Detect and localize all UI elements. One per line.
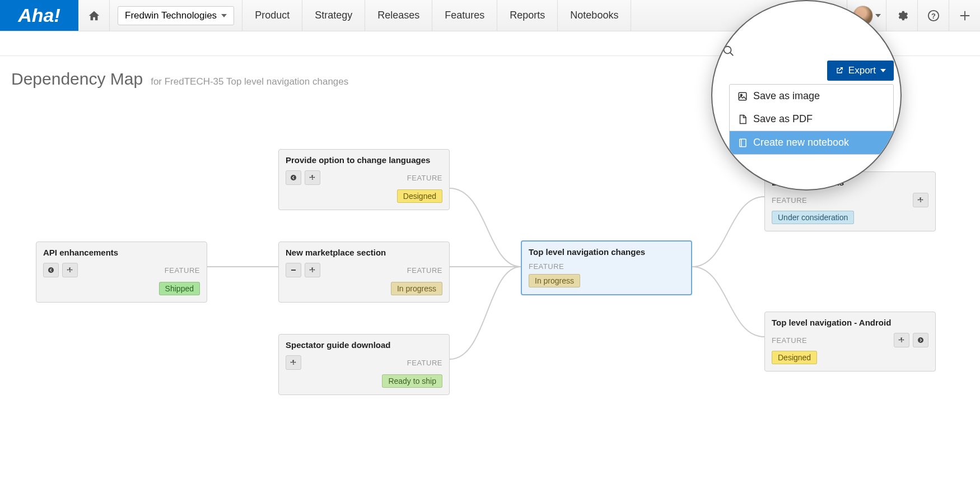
plus-icon bbox=[959, 10, 971, 22]
status-badge: Ready to ship bbox=[382, 374, 442, 388]
node-back-button[interactable] bbox=[43, 263, 59, 277]
notebook-icon bbox=[738, 138, 748, 148]
node-move-button[interactable] bbox=[305, 170, 320, 185]
search-icon bbox=[722, 45, 735, 57]
status-badge: Under consideration bbox=[772, 211, 854, 224]
node-move-button[interactable] bbox=[62, 263, 78, 277]
export-label: Export bbox=[848, 65, 876, 76]
svg-rect-8 bbox=[739, 92, 746, 100]
node-title: Top level navigation - Android bbox=[772, 318, 928, 327]
node-type: FEATURE bbox=[407, 266, 442, 275]
nav-features[interactable]: Features bbox=[432, 0, 497, 31]
move-icon bbox=[917, 197, 924, 203]
move-icon bbox=[898, 337, 905, 344]
move-icon bbox=[309, 174, 316, 181]
pdf-icon bbox=[738, 114, 748, 124]
node-move-button[interactable] bbox=[894, 333, 909, 347]
caret-down-icon bbox=[875, 14, 881, 17]
caret-down-icon bbox=[221, 14, 227, 17]
move-icon bbox=[290, 359, 297, 366]
svg-point-3 bbox=[291, 175, 296, 180]
node-type: FEATURE bbox=[529, 262, 684, 271]
nav-reports[interactable]: Reports bbox=[497, 0, 558, 31]
arrow-left-icon bbox=[48, 267, 54, 273]
node-back-button[interactable] bbox=[286, 170, 301, 185]
svg-line-7 bbox=[730, 53, 734, 56]
node-title: Provide option to change languages bbox=[286, 155, 442, 165]
search-button[interactable] bbox=[722, 45, 735, 59]
page-subtitle: for FredTECH-35 Top level navigation cha… bbox=[151, 76, 348, 87]
node-top-level-navigation[interactable]: Top level navigation changes FEATURE In … bbox=[521, 240, 692, 295]
account-selector[interactable]: Fredwin Technologies bbox=[118, 6, 234, 25]
caret-down-icon bbox=[880, 69, 886, 72]
home-icon bbox=[88, 10, 100, 22]
node-title: New marketplace section bbox=[286, 248, 442, 257]
export-create-notebook[interactable]: Create new notebook bbox=[730, 131, 893, 154]
node-android-navigation[interactable]: Top level navigation - Android FEATURE D… bbox=[764, 312, 936, 372]
node-move-button[interactable] bbox=[305, 263, 320, 277]
move-icon bbox=[67, 267, 73, 273]
svg-rect-10 bbox=[740, 139, 746, 147]
arrow-right-icon bbox=[917, 337, 924, 344]
brand-logo[interactable]: Aha! bbox=[0, 0, 78, 31]
export-save-image[interactable]: Save as image bbox=[730, 85, 893, 108]
page-title: Dependency Map bbox=[11, 69, 143, 89]
settings-button[interactable] bbox=[886, 0, 917, 31]
node-collapse-button[interactable] bbox=[286, 263, 301, 277]
minus-icon bbox=[290, 267, 297, 273]
export-item-label: Create new notebook bbox=[753, 137, 849, 148]
svg-text:?: ? bbox=[931, 11, 936, 20]
node-forward-button[interactable] bbox=[913, 333, 928, 347]
node-type: FEATURE bbox=[407, 174, 442, 182]
status-badge: Shipped bbox=[159, 282, 200, 295]
image-icon bbox=[738, 91, 748, 101]
account-selector-label: Fredwin Technologies bbox=[125, 10, 217, 21]
node-title: Top level navigation changes bbox=[529, 247, 684, 257]
node-type: FEATURE bbox=[772, 196, 807, 205]
svg-point-5 bbox=[918, 337, 923, 343]
node-change-languages[interactable]: Provide option to change languages FEATU… bbox=[278, 149, 450, 210]
magnifier-callout: Export Save as image Save as PDF Create … bbox=[711, 0, 902, 191]
export-menu: Save as image Save as PDF Create new not… bbox=[729, 84, 894, 155]
node-spectator-guide[interactable]: Spectator guide download FEATURE Ready t… bbox=[278, 334, 450, 395]
node-move-button[interactable] bbox=[286, 355, 301, 370]
node-title: API enhancements bbox=[43, 248, 200, 257]
export-button[interactable]: Export bbox=[827, 61, 894, 81]
node-title: Spectator guide download bbox=[286, 340, 442, 350]
svg-point-9 bbox=[740, 94, 742, 96]
export-icon bbox=[835, 66, 844, 75]
export-save-pdf[interactable]: Save as PDF bbox=[730, 108, 893, 131]
node-move-button[interactable] bbox=[913, 193, 928, 207]
svg-rect-4 bbox=[291, 270, 296, 271]
arrow-left-icon bbox=[290, 174, 297, 181]
export-item-label: Save as image bbox=[753, 90, 820, 102]
status-badge: Designed bbox=[397, 189, 442, 203]
gear-icon bbox=[896, 10, 908, 22]
home-button[interactable] bbox=[78, 0, 110, 31]
help-icon: ? bbox=[927, 10, 940, 22]
account-selector-wrap: Fredwin Technologies bbox=[110, 0, 242, 31]
move-icon bbox=[309, 267, 316, 273]
nav-releases[interactable]: Releases bbox=[365, 0, 432, 31]
nav-notebooks[interactable]: Notebooks bbox=[558, 0, 631, 31]
status-badge: In progress bbox=[391, 282, 442, 295]
export-item-label: Save as PDF bbox=[753, 113, 813, 125]
nav-strategy[interactable]: Strategy bbox=[302, 0, 365, 31]
nav-product[interactable]: Product bbox=[242, 0, 302, 31]
status-badge: In progress bbox=[529, 274, 580, 287]
node-type: FEATURE bbox=[407, 359, 442, 367]
node-api-enhancements[interactable]: API enhancements FEATURE Shipped bbox=[36, 242, 207, 303]
add-button[interactable] bbox=[949, 0, 980, 31]
node-marketplace[interactable]: New marketplace section FEATURE In progr… bbox=[278, 242, 450, 303]
svg-point-6 bbox=[724, 47, 731, 54]
status-badge: Designed bbox=[772, 351, 817, 364]
node-type: FEATURE bbox=[165, 266, 200, 275]
node-type: FEATURE bbox=[772, 336, 807, 345]
svg-point-2 bbox=[48, 267, 54, 273]
help-button[interactable]: ? bbox=[917, 0, 949, 31]
